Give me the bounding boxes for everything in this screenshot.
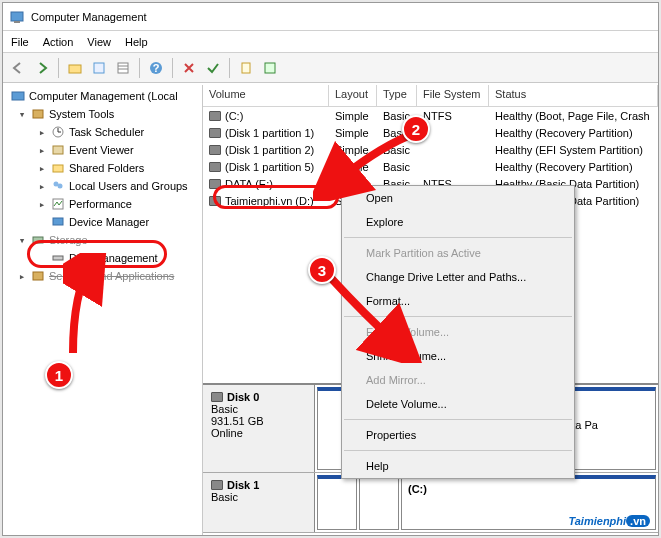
drive-icon xyxy=(209,162,221,172)
col-status[interactable]: Status xyxy=(489,85,658,106)
svg-rect-24 xyxy=(33,272,43,280)
volume-row[interactable]: (Disk 1 partition 1)SimpleBasicHealthy (… xyxy=(203,124,658,141)
menu-properties[interactable]: Properties xyxy=(342,423,574,447)
svg-rect-21 xyxy=(53,218,63,225)
menu-action[interactable]: Action xyxy=(43,36,74,48)
tree-disk-management[interactable]: Disk Management xyxy=(3,249,202,267)
svg-point-19 xyxy=(58,184,63,189)
svg-rect-2 xyxy=(69,65,81,73)
menubar: File Action View Help xyxy=(3,31,658,53)
navigation-tree[interactable]: Computer Management (Local ▾System Tools… xyxy=(3,85,203,535)
svg-rect-12 xyxy=(33,110,43,118)
toolbar: ? xyxy=(3,53,658,83)
menu-help[interactable]: Help xyxy=(125,36,148,48)
svg-rect-9 xyxy=(242,63,250,73)
tree-system-tools[interactable]: ▾System Tools xyxy=(3,105,202,123)
menu-delete[interactable]: Delete Volume... xyxy=(342,392,574,416)
tree-device-manager[interactable]: Device Manager xyxy=(3,213,202,231)
menu-file[interactable]: File xyxy=(11,36,29,48)
step-badge-2: 2 xyxy=(402,115,430,143)
list-icon[interactable] xyxy=(112,57,134,79)
step-badge-3: 3 xyxy=(308,256,336,284)
new-icon[interactable] xyxy=(235,57,257,79)
volume-row[interactable]: (Disk 1 partition 5)SimpleBasicHealthy (… xyxy=(203,158,658,175)
svg-rect-22 xyxy=(33,237,43,243)
menu-shrink[interactable]: Shrink Volume... xyxy=(342,344,574,368)
context-menu: Open Explore Mark Partition as Active Ch… xyxy=(341,185,575,479)
tree-root[interactable]: Computer Management (Local xyxy=(3,87,202,105)
svg-rect-10 xyxy=(265,63,275,73)
svg-text:?: ? xyxy=(153,62,160,74)
drive-icon xyxy=(209,196,221,206)
step-badge-1: 1 xyxy=(45,361,73,389)
drive-icon xyxy=(209,145,221,155)
menu-extend: Extend Volume... xyxy=(342,320,574,344)
tree-local-users[interactable]: ▸Local Users and Groups xyxy=(3,177,202,195)
col-volume[interactable]: Volume xyxy=(203,85,329,106)
col-type[interactable]: Type xyxy=(377,85,417,106)
tree-shared-folders[interactable]: ▸Shared Folders xyxy=(3,159,202,177)
menu-view[interactable]: View xyxy=(87,36,111,48)
menu-add-mirror: Add Mirror... xyxy=(342,368,574,392)
menu-format[interactable]: Format... xyxy=(342,289,574,313)
disk1-header[interactable]: Disk 1 Basic xyxy=(203,473,315,532)
menu-explore[interactable]: Explore xyxy=(342,210,574,234)
menu-change-letter[interactable]: Change Drive Letter and Paths... xyxy=(342,265,574,289)
watermark: Taimienphi.vn xyxy=(568,511,650,529)
back-button[interactable] xyxy=(7,57,29,79)
svg-rect-23 xyxy=(53,256,63,260)
disk0-header[interactable]: Disk 0 Basic 931.51 GB Online xyxy=(203,385,315,472)
properties-icon[interactable] xyxy=(88,57,110,79)
tree-task-scheduler[interactable]: ▸Task Scheduler xyxy=(3,123,202,141)
settings-icon[interactable] xyxy=(259,57,281,79)
main-panel: Volume Layout Type File System Status (C… xyxy=(203,85,658,535)
tree-services[interactable]: ▸Services and Applications xyxy=(3,267,202,285)
forward-button[interactable] xyxy=(31,57,53,79)
menu-help[interactable]: Help xyxy=(342,454,574,478)
computer-management-window: Computer Management File Action View Hel… xyxy=(2,2,659,536)
app-icon xyxy=(9,9,25,25)
svg-rect-17 xyxy=(53,165,63,172)
cancel-icon[interactable] xyxy=(178,57,200,79)
folder-icon[interactable] xyxy=(64,57,86,79)
drive-icon xyxy=(209,128,221,138)
partition[interactable] xyxy=(359,475,399,530)
menu-mark-active: Mark Partition as Active xyxy=(342,241,574,265)
svg-rect-11 xyxy=(12,92,24,100)
menu-open[interactable]: Open xyxy=(342,186,574,210)
volume-row[interactable]: (C:)SimpleBasicNTFSHealthy (Boot, Page F… xyxy=(203,107,658,124)
svg-rect-0 xyxy=(11,12,23,21)
svg-rect-1 xyxy=(14,21,20,23)
svg-rect-4 xyxy=(118,63,128,73)
tree-performance[interactable]: ▸Performance xyxy=(3,195,202,213)
titlebar: Computer Management xyxy=(3,3,658,31)
check-icon[interactable] xyxy=(202,57,224,79)
volume-row[interactable]: (Disk 1 partition 2)SimpleBasicHealthy (… xyxy=(203,141,658,158)
col-filesystem[interactable]: File System xyxy=(417,85,489,106)
tree-event-viewer[interactable]: ▸Event Viewer xyxy=(3,141,202,159)
window-title: Computer Management xyxy=(31,11,147,23)
tree-storage[interactable]: ▾Storage xyxy=(3,231,202,249)
volume-list-header: Volume Layout Type File System Status xyxy=(203,85,658,107)
partition[interactable] xyxy=(317,475,357,530)
drive-icon xyxy=(209,111,221,121)
help-icon[interactable]: ? xyxy=(145,57,167,79)
drive-icon xyxy=(209,179,221,189)
svg-rect-16 xyxy=(53,146,63,154)
svg-rect-3 xyxy=(94,63,104,73)
col-layout[interactable]: Layout xyxy=(329,85,377,106)
